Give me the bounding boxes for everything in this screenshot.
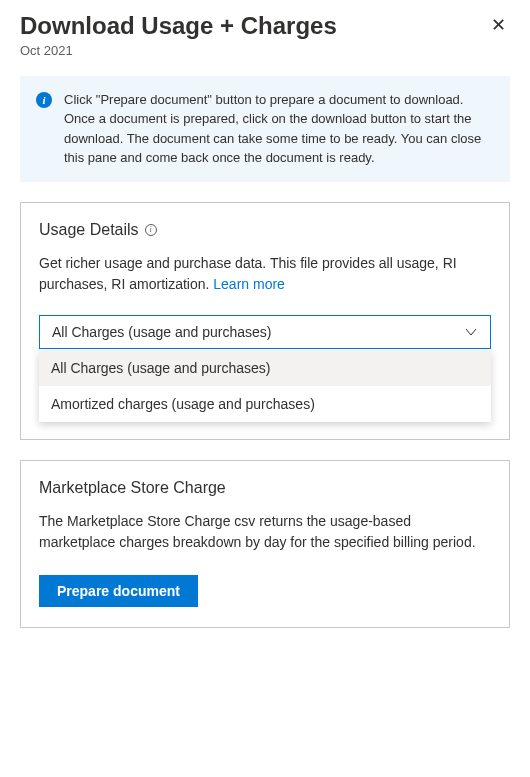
learn-more-link[interactable]: Learn more: [213, 276, 285, 292]
usage-details-card: Usage Details i Get richer usage and pur…: [20, 202, 510, 440]
panel-header: Download Usage + Charges Oct 2021 ✕: [0, 0, 530, 58]
charges-dropdown[interactable]: All Charges (usage and purchases): [39, 315, 491, 349]
close-icon[interactable]: ✕: [487, 12, 510, 38]
usage-details-title-row: Usage Details i: [39, 221, 491, 239]
usage-details-description: Get richer usage and purchase data. This…: [39, 253, 491, 295]
info-banner: i Click "Prepare document" button to pre…: [20, 76, 510, 182]
info-icon: i: [36, 92, 52, 108]
page-subtitle: Oct 2021: [20, 43, 487, 58]
usage-details-title: Usage Details: [39, 221, 139, 239]
dropdown-option-all-charges[interactable]: All Charges (usage and purchases): [39, 350, 491, 386]
dropdown-menu: All Charges (usage and purchases) Amorti…: [39, 350, 491, 422]
info-circle-icon[interactable]: i: [145, 224, 157, 236]
prepare-document-button[interactable]: Prepare document: [39, 575, 198, 607]
info-banner-text: Click "Prepare document" button to prepa…: [64, 90, 494, 168]
chevron-down-icon: [464, 325, 478, 339]
marketplace-title-row: Marketplace Store Charge: [39, 479, 491, 497]
header-text-block: Download Usage + Charges Oct 2021: [20, 12, 487, 58]
page-title: Download Usage + Charges: [20, 12, 487, 41]
marketplace-title: Marketplace Store Charge: [39, 479, 226, 497]
marketplace-description: The Marketplace Store Charge csv returns…: [39, 511, 491, 553]
dropdown-selected-value: All Charges (usage and purchases): [52, 324, 271, 340]
dropdown-option-amortized[interactable]: Amortized charges (usage and purchases): [39, 386, 491, 422]
marketplace-card: Marketplace Store Charge The Marketplace…: [20, 460, 510, 628]
